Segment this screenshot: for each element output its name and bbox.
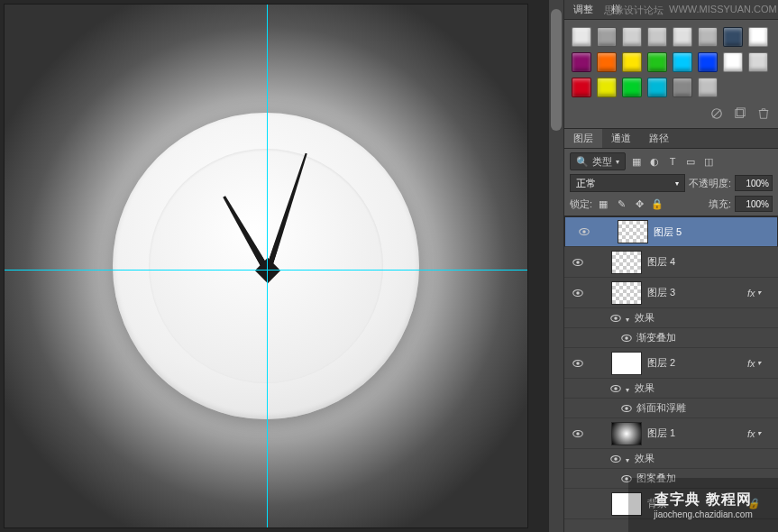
- visibility-toggle[interactable]: [564, 256, 591, 269]
- top-watermark: 思缘设计论坛 WWW.MISSYUAN.COM: [604, 4, 777, 17]
- svg-point-13: [625, 336, 628, 340]
- filter-smart-icon[interactable]: ◫: [701, 154, 716, 169]
- effect-visibility-toggle[interactable]: [606, 382, 626, 395]
- layer-name[interactable]: 背景: [647, 497, 747, 510]
- style-swatch[interactable]: [748, 52, 768, 72]
- svg-point-7: [576, 261, 580, 264]
- no-style-icon[interactable]: [709, 106, 724, 121]
- layer-controls: 🔍类型▾ ▦ ◐ T ▭ ◫ 正常▾ 不透明度: 锁定: ▦ ✎ ✥ 🔒 填充:: [564, 149, 778, 216]
- style-swatch[interactable]: [698, 78, 718, 97]
- layer-name[interactable]: 图层 1: [647, 427, 747, 440]
- style-swatch[interactable]: [673, 78, 692, 97]
- effect-visibility-toggle[interactable]: [606, 453, 626, 465]
- style-swatch[interactable]: [597, 78, 617, 97]
- tab-layers[interactable]: 图层: [564, 129, 602, 148]
- layer-name[interactable]: 图层 4: [647, 255, 778, 269]
- lock-position-icon[interactable]: ✥: [632, 197, 646, 211]
- style-swatch[interactable]: [673, 27, 692, 47]
- effect-visibility-toggle[interactable]: [617, 472, 636, 485]
- svg-point-23: [614, 457, 618, 461]
- layer-row[interactable]: 背景🔒: [564, 489, 778, 519]
- filter-adjust-icon[interactable]: ◐: [647, 154, 662, 169]
- opacity-input[interactable]: [735, 175, 773, 191]
- lock-paint-icon[interactable]: ✎: [614, 197, 628, 211]
- layer-effect-row[interactable]: ▾效果: [564, 308, 778, 328]
- style-swatch[interactable]: [597, 52, 617, 72]
- style-swatch[interactable]: [723, 52, 743, 72]
- lock-all-icon[interactable]: 🔒: [650, 197, 664, 211]
- new-style-icon[interactable]: [733, 106, 747, 121]
- visibility-toggle[interactable]: [564, 287, 591, 299]
- filter-shape-icon[interactable]: ▭: [683, 154, 698, 169]
- lock-label: 锁定:: [570, 197, 592, 211]
- effects-collapse-icon[interactable]: ▾: [626, 454, 635, 464]
- style-swatch[interactable]: [622, 27, 642, 47]
- layer-name[interactable]: 图层 5: [654, 225, 772, 239]
- layer-thumbnail[interactable]: [611, 492, 642, 516]
- layer-row[interactable]: 图层 1fx ▾: [564, 418, 778, 449]
- fill-input[interactable]: [735, 196, 773, 212]
- style-swatch[interactable]: [572, 52, 591, 72]
- style-swatch[interactable]: [647, 52, 667, 72]
- layer-row[interactable]: 图层 5: [564, 216, 778, 247]
- layer-effect-row[interactable]: ▾效果: [564, 449, 778, 469]
- blend-mode-dropdown[interactable]: 正常▾: [570, 174, 685, 192]
- layer-effect-row[interactable]: 图案叠加: [564, 469, 778, 489]
- style-swatch[interactable]: [622, 52, 642, 72]
- canvas[interactable]: [5, 5, 527, 527]
- opacity-label: 不透明度:: [689, 177, 731, 190]
- layer-row[interactable]: 图层 3fx ▾: [564, 278, 778, 308]
- svg-point-17: [614, 387, 618, 390]
- effect-visibility-toggle[interactable]: [617, 402, 636, 415]
- layer-effect-row[interactable]: 斜面和浮雕: [564, 399, 778, 418]
- filter-pixel-icon[interactable]: ▦: [629, 154, 644, 169]
- effect-name: 渐变叠加: [636, 331, 676, 344]
- tab-paths[interactable]: 路径: [640, 129, 678, 148]
- effect-visibility-toggle[interactable]: [606, 312, 626, 325]
- style-swatch[interactable]: [748, 27, 768, 47]
- style-swatch[interactable]: [597, 27, 617, 47]
- layer-row[interactable]: 图层 4: [564, 247, 778, 278]
- filter-type-icon[interactable]: T: [665, 154, 680, 169]
- fx-indicator[interactable]: fx ▾: [747, 358, 778, 369]
- tab-channels[interactable]: 通道: [602, 129, 640, 148]
- layer-thumbnail[interactable]: [611, 281, 642, 305]
- style-swatch[interactable]: [572, 78, 591, 97]
- visibility-toggle[interactable]: [564, 357, 591, 370]
- fx-indicator[interactable]: fx ▾: [747, 428, 778, 439]
- effects-collapse-icon[interactable]: ▾: [626, 383, 635, 394]
- style-swatch[interactable]: [698, 27, 718, 47]
- tab-adjustments[interactable]: 调整: [564, 0, 602, 19]
- effects-collapse-icon[interactable]: ▾: [626, 313, 635, 324]
- visibility-toggle[interactable]: [564, 427, 591, 440]
- effect-visibility-toggle[interactable]: [617, 332, 636, 344]
- guide-vertical[interactable]: [267, 5, 268, 527]
- style-swatch[interactable]: [698, 52, 718, 72]
- layer-thumbnail[interactable]: [618, 220, 648, 243]
- layer-filter-dropdown[interactable]: 🔍类型▾: [570, 152, 626, 170]
- delete-style-icon[interactable]: [756, 106, 771, 121]
- style-swatch[interactable]: [723, 27, 743, 47]
- guide-horizontal[interactable]: [5, 270, 527, 271]
- style-swatch[interactable]: [572, 27, 591, 47]
- style-swatch[interactable]: [647, 78, 667, 97]
- layer-thumbnail[interactable]: [611, 352, 642, 375]
- style-swatch[interactable]: [622, 78, 642, 97]
- scrollbar-vertical[interactable]: [549, 0, 563, 532]
- scrollbar-thumb[interactable]: [551, 9, 562, 131]
- fx-indicator[interactable]: fx ▾: [747, 288, 778, 298]
- layer-thumbnail[interactable]: [611, 251, 642, 274]
- effect-name: 斜面和浮雕: [636, 401, 686, 415]
- lock-transparency-icon[interactable]: ▦: [596, 197, 610, 211]
- layer-thumbnail[interactable]: [611, 422, 642, 445]
- style-swatch[interactable]: [673, 52, 692, 72]
- layer-name[interactable]: 图层 2: [647, 356, 747, 370]
- svg-point-9: [576, 291, 580, 295]
- effect-name: 效果: [635, 311, 654, 325]
- visibility-toggle[interactable]: [571, 225, 598, 238]
- layer-row[interactable]: 图层 2fx ▾: [564, 348, 778, 379]
- style-swatch[interactable]: [647, 27, 667, 47]
- layer-effect-row[interactable]: 渐变叠加: [564, 328, 778, 348]
- layer-name[interactable]: 图层 3: [647, 286, 747, 299]
- layer-effect-row[interactable]: ▾效果: [564, 379, 778, 399]
